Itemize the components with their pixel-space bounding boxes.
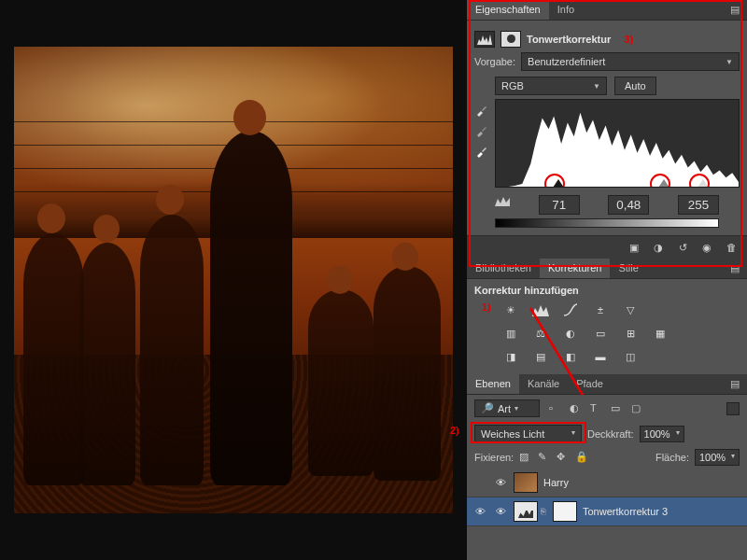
black-point-eyedropper[interactable] [474, 103, 489, 118]
blend-mode-dropdown[interactable]: Weiches Licht ▾ [474, 425, 582, 443]
opacity-field[interactable]: 100% ▾ [640, 426, 684, 442]
curves-icon[interactable] [560, 301, 581, 318]
filter-adjust-icon[interactable]: ◐ [570, 402, 583, 415]
histogram[interactable] [495, 99, 740, 188]
fill-field[interactable]: 100% ▾ [695, 449, 740, 466]
filter-pixel-icon[interactable]: ▫ [549, 402, 562, 415]
mask-icon[interactable] [500, 31, 521, 48]
highlight-slider[interactable] [698, 179, 709, 188]
layer-row[interactable]: 👁 👁 ⎘ Tonwertkorrektur 3 [467, 497, 747, 526]
tab-korrekturen[interactable]: Korrekturen [540, 259, 610, 278]
canvas-area [0, 0, 467, 560]
properties-footer-icons: ▣ ◑ ↺ ◉ 🗑 [467, 235, 747, 259]
opacity-label: Deckkraft: [587, 428, 634, 440]
lock-transparency-icon[interactable]: ▨ [519, 451, 532, 464]
workspace: Eigenschaften Info ▤ Tonwertkorrektur 3)… [0, 0, 747, 560]
adjustments-title: Korrektur hinzufügen [474, 285, 740, 296]
photo-filter-icon[interactable]: ▭ [590, 325, 611, 342]
tab-kanaele[interactable]: Kanäle [519, 374, 568, 394]
vibrance-icon[interactable]: ▽ [620, 301, 641, 318]
reset-icon[interactable]: ↺ [675, 241, 690, 254]
tab-bibliotheken[interactable]: Bibliotheken [467, 259, 540, 278]
layer-kind-dropdown[interactable]: 🔎 Art ▾ [474, 399, 540, 417]
layer-visibility-icon[interactable]: 👁 [493, 504, 508, 519]
shadow-input[interactable] [539, 195, 580, 215]
lock-position-icon[interactable]: ✥ [557, 451, 570, 464]
gray-point-eyedropper[interactable] [474, 123, 489, 138]
document-photo[interactable] [14, 47, 453, 513]
posterize-icon[interactable]: ▤ [530, 348, 551, 365]
color-balance-icon[interactable]: ⚖ [530, 325, 551, 342]
layer-visibility-icon[interactable]: 👁 [472, 504, 487, 519]
search-icon: 🔎 [481, 402, 494, 414]
layers-panel: 🔎 Art ▾ ▫ ◐ T ▭ ▢ 2) Weiches Licht [467, 395, 747, 560]
selective-color-icon[interactable]: ◫ [620, 348, 641, 365]
layer-visibility-icon[interactable]: 👁 [493, 475, 508, 490]
invert-icon[interactable]: ◨ [500, 348, 521, 365]
tab-eigenschaften[interactable]: Eigenschaften [467, 0, 549, 20]
layer-kind-value: Art [498, 403, 511, 414]
filter-smart-icon[interactable]: ▢ [631, 402, 644, 415]
bw-icon[interactable]: ◐ [560, 325, 581, 342]
layer-name: Harry [543, 477, 741, 488]
shadow-slider[interactable] [553, 179, 564, 188]
chevron-down-icon: ▾ [514, 404, 518, 413]
annotation-label-2: 2) [450, 425, 459, 436]
annotation-label-1: 1) [482, 301, 491, 313]
exposure-icon[interactable]: ± [590, 301, 611, 318]
levels-adjust-icon [474, 31, 495, 48]
layer-mask-thumbnail[interactable] [553, 501, 577, 522]
chevron-down-icon: ▼ [593, 82, 600, 91]
lock-all-icon[interactable]: 🔒 [575, 451, 588, 464]
color-lookup-icon[interactable]: ▦ [650, 325, 670, 342]
properties-panel: Tonwertkorrektur 3) Vorgabe: Benutzerdef… [467, 21, 747, 235]
delete-icon[interactable]: 🗑 [724, 241, 739, 254]
levels-icon[interactable] [530, 301, 551, 318]
lock-label: Fixieren: [474, 452, 514, 463]
preset-dropdown[interactable]: Benutzerdefiniert ▼ [521, 52, 740, 71]
lock-pixels-icon[interactable]: ✎ [538, 451, 551, 464]
filter-toggle[interactable] [726, 402, 740, 415]
fill-value: 100% [699, 452, 726, 463]
blend-mode-value: Weiches Licht [481, 428, 544, 440]
output-gradient[interactable] [495, 218, 719, 228]
filter-shape-icon[interactable]: ▭ [611, 402, 624, 415]
highlight-input[interactable] [678, 195, 719, 215]
tab-ebenen[interactable]: Ebenen [467, 374, 519, 394]
gradient-map-icon[interactable]: ▬ [590, 348, 611, 365]
adjustments-panel-menu[interactable]: ▤ [723, 259, 747, 278]
adjustments-panel: Korrektur hinzufügen 1) ☀ ± ▽ ▥ ⚖ ◐ ▭ ⊞ … [467, 279, 747, 374]
hue-sat-icon[interactable]: ▥ [500, 325, 521, 342]
threshold-icon[interactable]: ◧ [560, 348, 581, 365]
midtone-input[interactable] [608, 195, 649, 215]
channel-mixer-icon[interactable]: ⊞ [620, 325, 641, 342]
filter-type-icon[interactable]: T [590, 402, 603, 415]
layers-panel-menu[interactable]: ▤ [723, 374, 747, 394]
properties-tab-row: Eigenschaften Info ▤ [467, 0, 747, 21]
channel-dropdown[interactable]: RGB ▼ [495, 77, 607, 95]
properties-panel-menu[interactable]: ▤ [723, 0, 747, 20]
view-previous-icon[interactable]: ◑ [651, 241, 666, 254]
layer-thumbnail[interactable] [514, 472, 538, 493]
visibility-icon[interactable]: ◉ [699, 241, 714, 254]
layer-row[interactable]: 👁 Harry [467, 469, 747, 497]
white-point-eyedropper[interactable] [474, 144, 489, 159]
auto-button[interactable]: Auto [614, 77, 656, 95]
clip-to-layer-icon[interactable]: ▣ [627, 241, 641, 254]
levels-preset-icon [495, 195, 510, 215]
chevron-down-icon: ▾ [571, 428, 575, 440]
tab-info[interactable]: Info [549, 0, 583, 20]
eyedropper-column [474, 99, 489, 188]
tab-stile[interactable]: Stile [610, 259, 646, 278]
midtone-slider[interactable] [658, 179, 669, 188]
layer-list: 👁 Harry 👁 👁 ⎘ Tonwertkorrektur 3 [467, 469, 747, 560]
brightness-icon[interactable]: ☀ [500, 301, 521, 318]
link-icon: ⎘ [541, 507, 550, 516]
layer-name: Tonwertkorrektur 3 [583, 506, 741, 517]
chevron-down-icon: ▾ [731, 452, 735, 463]
tab-pfade[interactable]: Pfade [568, 374, 612, 394]
layer-thumbnail[interactable] [514, 501, 538, 522]
adjustments-tab-row: Bibliotheken Korrekturen Stile ▤ [467, 259, 747, 279]
properties-title: Tonwertkorrektur [527, 34, 611, 45]
annotation-label-3: 3) [624, 34, 633, 45]
